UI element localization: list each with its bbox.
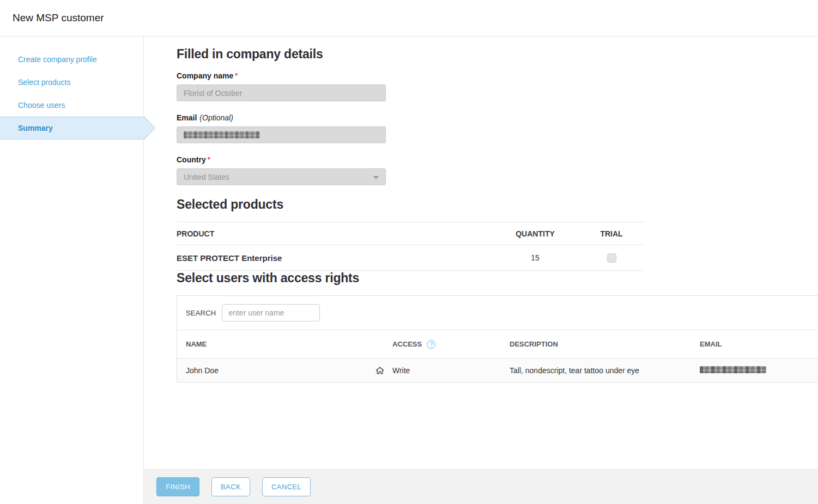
page-title: New MSP customer [13, 12, 104, 24]
sidebar-item-select-products[interactable]: Select products [0, 71, 143, 94]
email-label-row: Email(Optional) [177, 113, 818, 122]
sidebar-item-label: Create company profile [18, 55, 97, 64]
email-column-header: EMAIL [700, 340, 818, 348]
main-column: Filled in company details Company name* … [144, 37, 818, 504]
new-msp-customer-window: New MSP customer Create company profile … [0, 0, 818, 504]
required-asterisk: * [235, 71, 238, 80]
selected-products-table: PRODUCT QUANTITY TRIAL ESET PROTECT Ente… [177, 222, 644, 271]
product-row: ESET PROTECT Enterprise 15 [177, 245, 644, 271]
product-name: ESET PROTECT Enterprise [177, 253, 492, 263]
sidebar-item-label: Select products [18, 78, 71, 87]
users-heading: Select users with access rights [177, 271, 818, 285]
user-description: Tall, nondescript, tear tattoo under eye [510, 366, 700, 375]
email-input[interactable] [177, 126, 386, 143]
trial-checkbox[interactable] [607, 253, 616, 263]
user-search-row: SEARCH [177, 296, 818, 330]
email-optional-note: (Optional) [199, 113, 233, 122]
redacted-user-email [700, 366, 766, 373]
users-table-header: NAME ACCESS ? DESCRIPTION EMAIL [177, 330, 818, 358]
page-header: New MSP customer [0, 0, 818, 37]
product-column-header: PRODUCT [177, 229, 492, 238]
user-name: John Doe [177, 366, 375, 375]
country-label-row: Country* [177, 155, 818, 164]
cancel-button[interactable]: CANCEL [262, 477, 311, 496]
main-layout: Create company profile Select products C… [0, 37, 818, 504]
wizard-footer: FINISH BACK CANCEL [144, 469, 818, 504]
search-label: SEARCH [186, 309, 216, 317]
company-name-input[interactable] [177, 84, 386, 101]
summary-content: Filled in company details Company name* … [144, 37, 818, 469]
help-icon[interactable]: ? [427, 340, 435, 349]
selected-products-heading: Selected products [177, 197, 818, 211]
access-column-header: ACCESS ? [375, 340, 510, 349]
company-details-heading: Filled in company details [177, 47, 818, 61]
user-access-level: Write [392, 366, 410, 375]
sidebar-item-choose-users[interactable]: Choose users [0, 94, 143, 117]
name-column-header: NAME [177, 340, 375, 348]
users-table-panel: SEARCH NAME ACCESS ? DESCRIPTION EMAIL J… [177, 295, 818, 382]
country-select[interactable]: United States [177, 168, 386, 185]
chevron-down-icon [373, 176, 379, 179]
redacted-email-value [184, 131, 260, 138]
sidebar-item-label: Choose users [18, 101, 65, 110]
quantity-column-header: QUANTITY [492, 229, 579, 238]
user-search-input[interactable] [222, 304, 320, 321]
email-label: Email [177, 113, 197, 122]
sidebar-item-create-company-profile[interactable]: Create company profile [0, 48, 143, 71]
finish-button[interactable]: FINISH [156, 477, 199, 496]
access-header-label: ACCESS [392, 340, 422, 348]
country-selected-value: United States [184, 173, 229, 181]
products-table-header: PRODUCT QUANTITY TRIAL [177, 222, 644, 245]
company-name-label-row: Company name* [177, 71, 818, 80]
country-field: Country* United States [177, 155, 818, 185]
sidebar-item-label: Summary [18, 124, 53, 132]
user-row[interactable]: John Doe Write Tall, nondescript, tear t… [177, 358, 818, 382]
country-label: Country [177, 155, 206, 164]
sidebar-item-summary[interactable]: Summary [0, 117, 155, 139]
home-icon [375, 366, 385, 375]
product-quantity: 15 [492, 253, 579, 262]
back-button[interactable]: BACK [211, 477, 250, 496]
description-column-header: DESCRIPTION [510, 340, 700, 348]
wizard-steps-sidebar: Create company profile Select products C… [0, 37, 144, 504]
email-field: Email(Optional) [177, 113, 818, 143]
company-name-label: Company name [177, 71, 233, 80]
trial-column-header: TRIAL [579, 229, 644, 238]
required-asterisk: * [208, 155, 210, 163]
company-name-field: Company name* [177, 71, 818, 101]
